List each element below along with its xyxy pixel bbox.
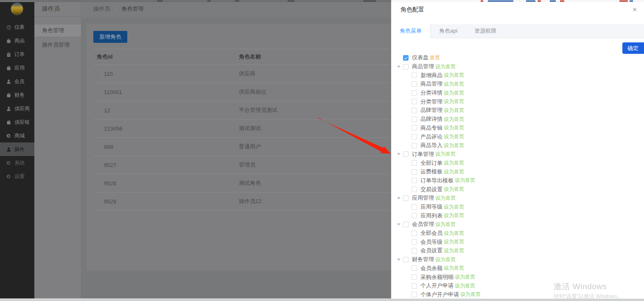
tree-checkbox[interactable] xyxy=(412,81,417,87)
set-homepage-link[interactable]: 设为首页 xyxy=(444,98,464,105)
tree-node-应用等级[interactable]: 应用等级 设为首页 xyxy=(391,203,644,212)
tree-node-商品管理[interactable]: 商品管理 设为首页 xyxy=(391,80,644,89)
tree-node-仪表盘[interactable]: 仪表盘 首页 xyxy=(391,53,644,62)
sidebar-item-操作[interactable]: 操作 xyxy=(0,142,34,156)
tree-node-商品管理[interactable]: 商品管理 设为首页 xyxy=(391,62,644,71)
row-expand-icon[interactable]: › xyxy=(97,144,100,149)
row-expand-icon[interactable]: › xyxy=(97,71,100,76)
tree-checkbox[interactable] xyxy=(412,108,417,113)
tree-node-采购余额明细[interactable]: 采购余额明细 设为首页 xyxy=(391,273,644,281)
tree-checkbox[interactable] xyxy=(412,143,417,148)
tree-node-商品导入[interactable]: 商品导入 设为首页 xyxy=(391,141,644,150)
tree-node-个人开户申请[interactable]: 个人开户申请 设为首页 xyxy=(391,281,644,290)
tree-node-财务管理[interactable]: 财务管理 设为首页 xyxy=(391,255,644,264)
submenu-item-操作员管理[interactable]: 操作员管理 xyxy=(34,39,81,51)
tree-checkbox[interactable] xyxy=(412,292,417,297)
sidebar-item-供应商[interactable]: 供应商 xyxy=(0,102,34,115)
tree-checkbox[interactable] xyxy=(412,134,417,139)
tree-checkbox[interactable] xyxy=(412,99,417,104)
confirm-button[interactable]: 确定 xyxy=(622,42,644,54)
tree-expand-icon[interactable] xyxy=(397,223,400,226)
tree-node-会员设置[interactable]: 会员设置 设为首页 xyxy=(391,246,644,255)
sidebar-item-商品[interactable]: 商品 xyxy=(0,34,34,47)
set-homepage-link[interactable]: 设为首页 xyxy=(444,81,464,88)
tree-checkbox[interactable] xyxy=(412,213,417,218)
set-homepage-link[interactable]: 设为首页 xyxy=(444,247,464,254)
set-homepage-link[interactable]: 设为首页 xyxy=(444,186,464,193)
tree-checkbox[interactable] xyxy=(412,283,417,289)
tree-checkbox[interactable] xyxy=(412,125,417,131)
tree-checkbox[interactable] xyxy=(412,204,417,210)
tree-node-全部订单[interactable]: 全部订单 设为首页 xyxy=(391,159,644,167)
set-homepage-link[interactable]: 设为首页 xyxy=(444,124,464,131)
sidebar-item-应用[interactable]: 应用 xyxy=(0,61,34,75)
tree-node-品牌详情[interactable]: 品牌详情 设为首页 xyxy=(391,115,644,124)
set-homepage-link[interactable]: 设为首页 xyxy=(444,107,464,114)
tree-node-分类管理[interactable]: 分类管理 设为首页 xyxy=(391,97,644,106)
set-homepage-link[interactable]: 设为首页 xyxy=(435,221,456,228)
tree-checkbox[interactable] xyxy=(403,55,409,61)
set-homepage-link[interactable]: 设为首页 xyxy=(444,89,464,97)
sidebar-item-会员[interactable]: 会员 xyxy=(0,75,34,88)
sidebar-item-财务[interactable]: 财务 xyxy=(0,88,34,102)
set-homepage-link[interactable]: 设为首页 xyxy=(460,291,481,298)
set-homepage-link[interactable]: 设为首页 xyxy=(444,265,464,272)
set-homepage-link[interactable]: 设为首页 xyxy=(455,177,475,184)
sidebar-item-设置[interactable]: 设置 xyxy=(0,170,34,183)
tree-node-订单管理[interactable]: 订单管理 设为首页 xyxy=(391,150,644,159)
tree-node-品牌管理[interactable]: 品牌管理 设为首页 xyxy=(391,106,644,115)
tree-expand-icon[interactable] xyxy=(397,66,400,68)
tree-checkbox[interactable] xyxy=(403,151,409,157)
tree-checkbox[interactable] xyxy=(412,265,417,271)
breadcrumb-item-operator[interactable]: 操作员 xyxy=(93,6,110,12)
tree-checkbox[interactable] xyxy=(412,90,417,96)
set-homepage-link[interactable]: 设为首页 xyxy=(455,273,475,281)
tree-checkbox[interactable] xyxy=(403,257,409,262)
tree-expand-icon[interactable] xyxy=(397,197,400,199)
set-homepage-link[interactable]: 设为首页 xyxy=(455,282,475,290)
bottom-scrollbar-strip[interactable] xyxy=(0,298,644,301)
tree-node-会员余额[interactable]: 会员余额 设为首页 xyxy=(391,264,644,273)
tree-checkbox[interactable] xyxy=(403,195,409,201)
tree-checkbox[interactable] xyxy=(412,187,417,192)
tree-node-运费模板[interactable]: 运费模板 设为首页 xyxy=(391,167,644,176)
set-homepage-link[interactable]: 设为首页 xyxy=(435,63,456,70)
tree-node-订单导出模板[interactable]: 订单导出模板 设为首页 xyxy=(391,176,644,185)
tree-node-应用管理[interactable]: 应用管理 设为首页 xyxy=(391,194,644,203)
tree-node-分类详情[interactable]: 分类详情 设为首页 xyxy=(391,89,644,98)
set-homepage-link[interactable]: 设为首页 xyxy=(435,195,456,202)
homepage-badge[interactable]: 首页 xyxy=(430,54,440,61)
sidebar-item-订单[interactable]: 订单 xyxy=(0,47,34,61)
set-homepage-link[interactable]: 设为首页 xyxy=(444,72,464,79)
sidebar-item-仪表[interactable]: 仪表 xyxy=(0,20,34,34)
set-homepage-link[interactable]: 设为首页 xyxy=(444,230,464,237)
avatar[interactable] xyxy=(11,3,23,15)
tree-checkbox[interactable] xyxy=(412,169,417,175)
tab-resource-permission[interactable]: 资源权限 xyxy=(466,24,505,38)
set-homepage-link[interactable]: 设为首页 xyxy=(444,116,464,123)
tree-node-产品评论[interactable]: 产品评论 设为首页 xyxy=(391,132,644,141)
set-homepage-link[interactable]: 设为首页 xyxy=(435,256,456,263)
set-homepage-link[interactable]: 设为首页 xyxy=(444,142,464,149)
tree-node-商品专辑[interactable]: 商品专辑 设为首页 xyxy=(391,124,644,133)
tree-node-应用列表[interactable]: 应用列表 设为首页 xyxy=(391,211,644,220)
submenu-item-角色管理[interactable]: 角色管理 xyxy=(34,25,81,36)
tree-node-个体户开户申请[interactable]: 个体户开户申请 设为首页 xyxy=(391,290,644,298)
tree-node-会员等级[interactable]: 会员等级 设为首页 xyxy=(391,237,644,246)
set-homepage-link[interactable]: 设为首页 xyxy=(444,238,464,245)
tree-node-新增商品[interactable]: 新增商品 设为首页 xyxy=(391,71,644,80)
tree-checkbox[interactable] xyxy=(403,222,409,227)
tree-checkbox[interactable] xyxy=(412,248,417,254)
tree-expand-icon[interactable] xyxy=(397,153,400,155)
tab-role-menu[interactable]: 角色菜单 xyxy=(391,24,431,38)
tree-checkbox[interactable] xyxy=(403,64,409,70)
tab-role-api[interactable]: 角色api xyxy=(431,24,466,38)
tree-checkbox[interactable] xyxy=(412,117,417,122)
set-homepage-link[interactable]: 设为首页 xyxy=(444,168,464,176)
tree-node-会员管理[interactable]: 会员管理 设为首页 xyxy=(391,220,644,229)
tree-checkbox[interactable] xyxy=(412,239,417,245)
sidebar-item-供应链[interactable]: 供应链 xyxy=(0,115,34,129)
tree-node-全部会员[interactable]: 全部会员 设为首页 xyxy=(391,229,644,238)
tree-checkbox[interactable] xyxy=(412,160,417,166)
add-role-button[interactable]: 新增角色 xyxy=(93,31,127,43)
